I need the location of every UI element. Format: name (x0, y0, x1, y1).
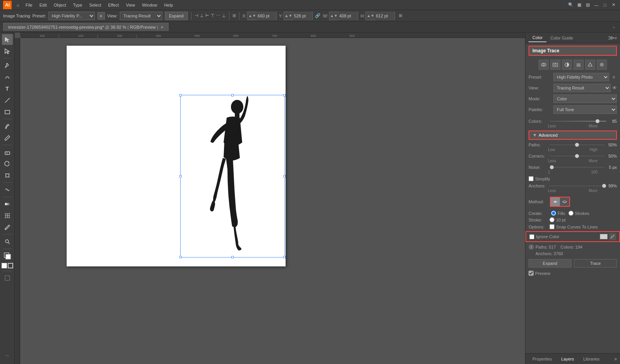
panel-collapse-btn[interactable]: ≫ (608, 34, 615, 41)
color-tab[interactable]: Color (529, 34, 546, 42)
strokes-radio[interactable] (568, 211, 574, 216)
strokes-checkbox-label[interactable]: Strokes (568, 211, 589, 216)
trace-logo-icon[interactable] (585, 60, 595, 70)
menu-window[interactable]: Window (139, 2, 160, 8)
expand-button[interactable]: Expand (165, 12, 188, 20)
tool-rotate[interactable] (2, 158, 13, 169)
tool-direct-selection[interactable] (2, 46, 13, 57)
tool-eyedropper[interactable] (2, 222, 13, 233)
fills-radio[interactable] (551, 211, 556, 216)
y-input[interactable]: 528 pt (293, 12, 312, 20)
x-up-icon[interactable]: ▲▼ (248, 14, 257, 18)
tool-warp[interactable] (2, 184, 13, 195)
workspace-switcher-icon[interactable]: ▦ (576, 2, 583, 9)
trace-silhouette-icon[interactable] (597, 60, 607, 70)
h-input[interactable]: 612 pt (375, 12, 394, 20)
layers-tab[interactable]: Layers (557, 355, 578, 363)
close-icon[interactable]: ✕ (610, 2, 617, 9)
trace-lines-icon[interactable] (574, 60, 584, 70)
tab-close-button[interactable]: ✕ (160, 25, 164, 29)
corners-thumb[interactable] (575, 154, 579, 158)
trace-bw-icon[interactable] (562, 60, 572, 70)
tool-fill-stroke[interactable] (2, 251, 13, 261)
colors-thumb[interactable] (596, 119, 599, 123)
menu-help[interactable]: Help (161, 2, 176, 8)
advanced-header[interactable]: ▼ Advanced (529, 130, 617, 140)
search-icon[interactable]: 🔍 (567, 2, 574, 9)
snap-curves-label[interactable]: Snap Curves To Lines (549, 224, 598, 229)
color-guide-tab[interactable]: Color Guide (546, 34, 577, 42)
preset-settings-icon[interactable]: ≡ (611, 74, 617, 80)
tool-selection[interactable] (2, 34, 13, 45)
stroke-icon[interactable] (8, 263, 13, 268)
eyedropper-icon[interactable] (609, 233, 616, 240)
maximize-icon[interactable]: □ (601, 2, 608, 9)
paths-thumb[interactable] (575, 143, 579, 147)
ignore-color-checkbox[interactable] (529, 234, 534, 239)
menu-select[interactable]: Select (86, 2, 104, 8)
menu-file[interactable]: File (22, 2, 36, 8)
info-icon[interactable]: i (529, 244, 534, 250)
h-up-icon[interactable]: ▲▼ (366, 14, 375, 18)
menu-edit[interactable]: Edit (36, 2, 50, 8)
transform-icon[interactable]: ⊞ (399, 13, 402, 18)
more-tools[interactable]: ··· (2, 350, 13, 362)
simplify-checkbox[interactable] (529, 176, 534, 181)
menu-type[interactable]: Type (70, 2, 86, 8)
tool-eraser[interactable] (2, 147, 13, 158)
tab-scroll-right-icon[interactable]: › (611, 24, 617, 30)
align-middle-icon[interactable]: ⋯ (216, 13, 220, 18)
trace-btn[interactable]: Trace (574, 259, 617, 268)
arrange-icon[interactable]: ▤ (584, 2, 591, 9)
preview-checkbox[interactable] (529, 271, 534, 276)
anchors-thumb[interactable] (602, 184, 606, 188)
align-top-icon[interactable]: ⊤ (211, 13, 215, 18)
align-center-h-icon[interactable]: ⊥ (200, 13, 204, 18)
align-right-icon[interactable]: ⊢ (205, 13, 209, 18)
canvas-area[interactable]: 100 200 300 400 500 600 700 800 900 (15, 33, 525, 364)
panel-palette-dropdown[interactable]: Full Tone (553, 105, 617, 114)
link-size-icon[interactable]: 🔗 (315, 13, 320, 18)
tool-type[interactable]: T (2, 83, 13, 94)
x-input[interactable]: 660 pt (257, 12, 276, 20)
trace-auto-color-icon[interactable] (539, 60, 549, 70)
y-up-icon[interactable]: ▲▼ (284, 14, 293, 18)
expand-btn[interactable]: Expand (529, 259, 572, 268)
fill-icon[interactable] (2, 263, 7, 268)
trace-photo-icon[interactable] (550, 60, 560, 70)
menu-effect[interactable]: Effect (105, 2, 122, 8)
noise-thumb[interactable] (550, 165, 554, 169)
tool-mesh[interactable] (2, 210, 13, 221)
align-bottom-icon[interactable]: ⊥ (222, 13, 226, 18)
w-up-icon[interactable]: ▲▼ (329, 14, 339, 18)
preset-menu-icon[interactable]: ≡ (97, 12, 105, 20)
tool-pen[interactable] (2, 60, 13, 71)
panel-menu-button[interactable]: ≡ (615, 36, 617, 40)
tool-rectangle[interactable] (2, 106, 13, 117)
preview-checkbox-label[interactable]: Preview (529, 271, 550, 276)
tool-curvature[interactable] (2, 72, 13, 82)
method-btn-2[interactable] (560, 197, 569, 206)
fills-checkbox-label[interactable]: Fills (551, 211, 565, 216)
document-tab[interactable]: imresizer-1728659402751-removebg-preview… (3, 23, 169, 31)
libraries-tab[interactable]: Libraries (579, 355, 603, 363)
tool-gradient[interactable] (2, 199, 13, 209)
tool-scale[interactable] (2, 170, 13, 181)
ignore-color-swatch[interactable] (600, 234, 608, 239)
simplify-checkbox-label[interactable]: Simplify (529, 176, 617, 181)
preset-dropdown[interactable]: High Fidelity P... (48, 12, 95, 20)
tool-paintbrush[interactable] (2, 121, 13, 132)
menu-object[interactable]: Object (51, 2, 69, 8)
view-eye-icon[interactable]: 👁 (612, 85, 617, 91)
stroke-radio[interactable] (549, 217, 555, 222)
w-input[interactable]: 408 pt (338, 12, 358, 20)
tool-line[interactable] (2, 95, 13, 106)
tool-zoom[interactable] (2, 236, 13, 247)
panel-mode-dropdown[interactable]: Color (553, 94, 617, 103)
properties-tab[interactable]: Properties (529, 355, 556, 363)
snap-curves-checkbox[interactable] (549, 224, 555, 229)
panel-view-dropdown[interactable]: Tracing Result (553, 84, 611, 92)
more-tools-btn[interactable]: ··· (2, 350, 13, 361)
menu-view[interactable]: View (123, 2, 138, 8)
method-btn-1[interactable] (551, 197, 560, 206)
